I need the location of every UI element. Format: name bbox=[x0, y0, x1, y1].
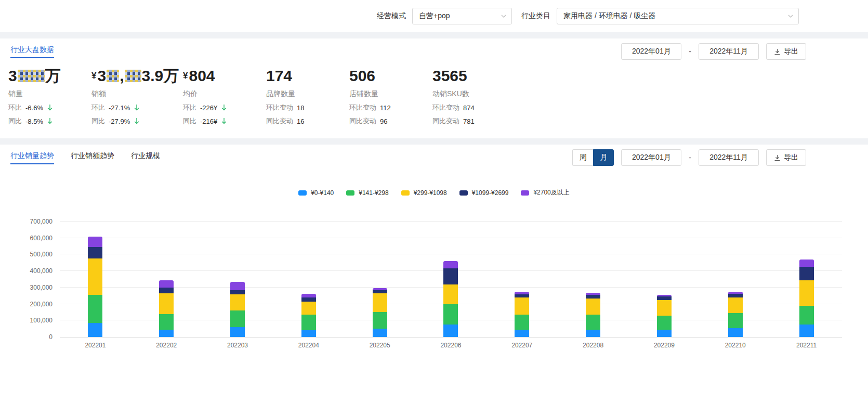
metric-销量: 3万销量环比-6.6%同比-8.5% bbox=[8, 67, 91, 126]
x-axis-label: 202209 bbox=[629, 342, 700, 349]
metric-品牌数量: 174品牌数量环比变动18同比变动16 bbox=[266, 67, 349, 126]
bar-segment bbox=[301, 315, 316, 330]
bar-segment bbox=[230, 327, 245, 337]
legend-item[interactable]: ¥141-¥298 bbox=[346, 188, 388, 197]
x-axis-label: 202206 bbox=[415, 342, 486, 349]
metric-row-name: 同比变动 bbox=[349, 116, 376, 126]
bar-segment bbox=[799, 325, 814, 337]
bar-segment bbox=[373, 329, 387, 337]
overview-date-start[interactable]: 2022年01月 bbox=[621, 43, 681, 60]
y-axis-label: 100,000 bbox=[30, 317, 60, 324]
metric-value: 506 bbox=[349, 67, 432, 85]
trend-down-icon bbox=[47, 118, 52, 125]
bar-segment bbox=[586, 330, 600, 337]
bar-segment bbox=[88, 323, 102, 337]
mode-select[interactable]: 自营+pop bbox=[412, 8, 512, 24]
mode-label: 经营模式 bbox=[377, 11, 406, 21]
gridline bbox=[60, 221, 842, 222]
metric-value-text: ¥ bbox=[183, 71, 188, 81]
trend-export-button[interactable]: 导出 bbox=[766, 149, 806, 166]
metric-row-name: 环比 bbox=[183, 103, 196, 112]
trend-date-start[interactable]: 2022年01月 bbox=[621, 149, 681, 166]
bar-segment bbox=[586, 315, 600, 330]
category-select[interactable]: 家用电器 / 环境电器 / 吸尘器 bbox=[557, 8, 799, 24]
metric-均价: ¥804均价环比-226¥同比-216¥ bbox=[183, 67, 266, 126]
bar-segment bbox=[88, 237, 102, 248]
metric-row: 同比变动96 bbox=[349, 116, 432, 126]
metric-value: 3565 bbox=[432, 67, 516, 85]
legend-label: ¥1099-¥2699 bbox=[472, 189, 509, 197]
x-axis-label: 202210 bbox=[700, 342, 771, 349]
x-axis-label: 202201 bbox=[60, 342, 131, 349]
bar-segment bbox=[373, 312, 387, 329]
plot-area: 0100,000200,000300,000400,000500,000600,… bbox=[60, 222, 842, 338]
metric-row: 同比变动16 bbox=[266, 116, 349, 126]
trend-card: 行业销量趋势行业销额趋势行业规模 周月 2022年01月 - 2022年11月 … bbox=[0, 145, 868, 402]
bar-slot bbox=[131, 222, 202, 337]
bar-202209 bbox=[657, 295, 672, 337]
metric-value-text: , bbox=[120, 67, 124, 85]
metric-value: 174 bbox=[266, 67, 349, 85]
trend-date-end[interactable]: 2022年11月 bbox=[699, 149, 759, 166]
metric-row-name: 环比 bbox=[91, 103, 105, 112]
x-axis: 2022012022022022032022042022052022062022… bbox=[60, 342, 842, 349]
category-filter-group: 行业类目 家用电器 / 环境电器 / 吸尘器 bbox=[521, 8, 799, 24]
bar-slot bbox=[486, 222, 558, 337]
bar-202211 bbox=[799, 260, 814, 337]
export-label: 导出 bbox=[784, 153, 798, 162]
bar-slot bbox=[700, 222, 771, 337]
metric-row-value: 874 bbox=[463, 104, 475, 112]
metric-row: 同比-8.5% bbox=[8, 116, 91, 126]
metric-row: 环比-6.6% bbox=[8, 103, 91, 112]
metric-row: 环比变动112 bbox=[349, 103, 432, 112]
period-toggle-周[interactable]: 周 bbox=[572, 149, 593, 166]
overview-card-header: 行业大盘数据 2022年01月 - 2022年11月 导出 bbox=[0, 38, 868, 64]
mode-select-value: 自营+pop bbox=[419, 11, 450, 21]
bar-202201 bbox=[88, 237, 102, 337]
legend-swatch bbox=[346, 190, 354, 196]
bar-segment bbox=[728, 294, 743, 297]
censored-value-mosaic bbox=[18, 70, 45, 82]
bar-segment bbox=[373, 293, 387, 312]
censored-value-mosaic bbox=[107, 70, 119, 82]
legend-label: ¥0-¥140 bbox=[311, 189, 334, 197]
bar-segment bbox=[657, 300, 672, 316]
bar-202202 bbox=[159, 280, 174, 337]
bar-segment bbox=[230, 310, 245, 327]
trend-down-icon bbox=[221, 118, 227, 125]
overview-title-tab[interactable]: 行业大盘数据 bbox=[10, 45, 54, 58]
tab-行业销额趋势[interactable]: 行业销额趋势 bbox=[71, 151, 114, 164]
bar-segment bbox=[301, 330, 316, 337]
overview-card: 行业大盘数据 2022年01月 - 2022年11月 导出 3万销量环比-6.6… bbox=[0, 38, 868, 138]
bar-slot bbox=[60, 222, 131, 337]
trend-down-icon bbox=[134, 118, 139, 125]
metric-label: 品牌数量 bbox=[266, 89, 349, 99]
overview-export-button[interactable]: 导出 bbox=[766, 43, 806, 60]
x-axis-label: 202208 bbox=[558, 342, 629, 349]
metric-value-text: 174 bbox=[266, 67, 292, 85]
y-axis-label: 600,000 bbox=[30, 235, 60, 242]
metric-row-value: -6.6% bbox=[25, 104, 43, 112]
bar-segment bbox=[799, 306, 814, 325]
period-toggle-月[interactable]: 月 bbox=[593, 149, 614, 166]
legend-item[interactable]: ¥299-¥1098 bbox=[401, 188, 447, 197]
bar-segment bbox=[301, 302, 316, 315]
bar-slot bbox=[273, 222, 344, 337]
bar-segment bbox=[728, 297, 743, 313]
metric-row: 同比-216¥ bbox=[183, 116, 266, 126]
legend-item[interactable]: ¥0-¥140 bbox=[298, 188, 334, 197]
x-axis-label: 202211 bbox=[771, 342, 842, 349]
bar-segment bbox=[159, 314, 174, 330]
censored-value-mosaic bbox=[125, 70, 141, 82]
bar-segment bbox=[88, 258, 102, 295]
period-toggle: 周月 bbox=[572, 149, 614, 166]
tab-行业销量趋势[interactable]: 行业销量趋势 bbox=[10, 151, 54, 164]
tab-行业规模[interactable]: 行业规模 bbox=[131, 151, 160, 164]
bar-segment bbox=[657, 330, 672, 337]
legend-item[interactable]: ¥1099-¥2699 bbox=[459, 188, 509, 197]
legend-item[interactable]: ¥2700及以上 bbox=[521, 188, 569, 197]
x-axis-label: 202202 bbox=[131, 342, 202, 349]
bar-segment bbox=[159, 280, 174, 288]
overview-date-end[interactable]: 2022年11月 bbox=[699, 43, 759, 60]
chevron-down-icon bbox=[501, 15, 506, 18]
